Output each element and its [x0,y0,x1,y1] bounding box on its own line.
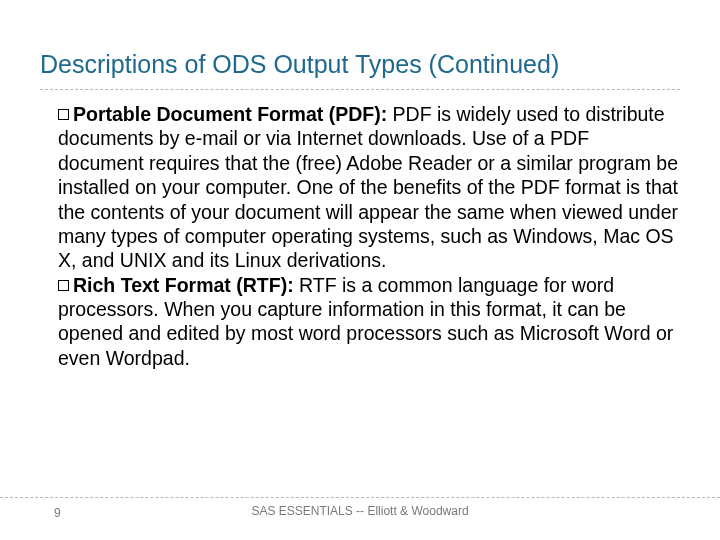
square-bullet-icon [58,109,69,120]
slide-content: Descriptions of ODS Output Types (Contin… [0,0,720,370]
square-bullet-icon [58,280,69,291]
page-number: 9 [54,506,61,520]
body-text: Portable Document Format (PDF): PDF is w… [40,102,680,370]
item-heading-0: Portable Document Format (PDF): [73,103,387,125]
slide-footer: 9 SAS ESSENTIALS -- Elliott & Woodward [0,497,720,518]
slide-title: Descriptions of ODS Output Types (Contin… [40,50,680,90]
item-heading-1: Rich Text Format (RTF): [73,274,294,296]
item-text-0: PDF is widely used to distribute documen… [58,103,678,271]
footer-text: SAS ESSENTIALS -- Elliott & Woodward [0,504,720,518]
